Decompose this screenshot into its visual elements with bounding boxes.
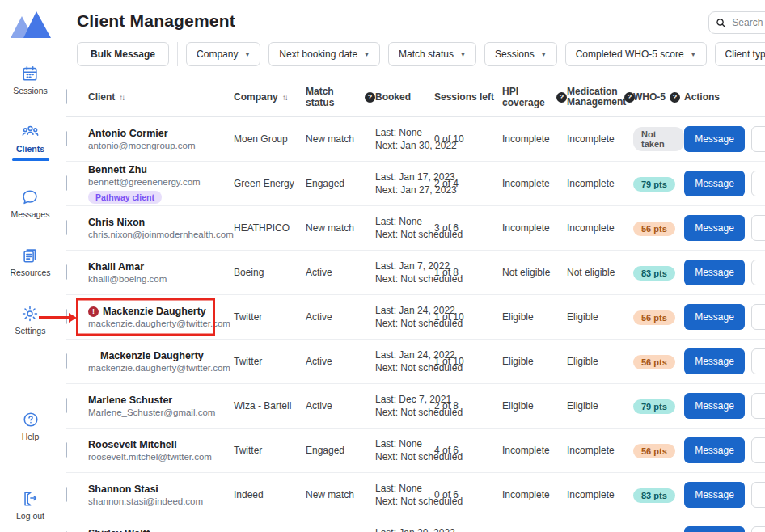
column-header-company[interactable]: Company↑↓ xyxy=(234,91,306,103)
secondary-action-button[interactable] xyxy=(751,171,765,196)
actions-cell: Message xyxy=(684,126,765,152)
booked-last: Last: None xyxy=(375,215,434,228)
client-cell: Shirley Wolff shirley@greenenergy.com xyxy=(88,528,234,532)
message-button[interactable]: Message xyxy=(684,482,745,508)
app-window: Sessions Clients Messages Resources xyxy=(0,0,765,532)
sidebar-item-label: Settings xyxy=(15,326,46,336)
sidebar-item-settings[interactable]: Settings xyxy=(15,305,46,336)
column-header-actions: Actions xyxy=(684,91,765,103)
message-button[interactable]: Message xyxy=(684,215,745,241)
table-row: Roosevelt Mitchell roosevelt.mitchel@twi… xyxy=(66,429,765,473)
booked-cell: Last: None Next: Not scheduled xyxy=(375,482,434,508)
sessions-left-cell: 1 of 10 xyxy=(434,356,502,367)
secondary-action-button[interactable] xyxy=(751,215,765,241)
table-row: Mackenzie Daugherty mackenzie.daugherty@… xyxy=(66,340,765,384)
secondary-action-button[interactable] xyxy=(751,304,765,330)
sidebar-item-resources[interactable]: Resources xyxy=(10,247,50,277)
booked-next: Next: Not scheduled xyxy=(375,272,434,285)
sidebar-item-logout[interactable]: Log out xyxy=(16,490,44,521)
filter-who5-score[interactable]: Completed WHO-5 score▼ xyxy=(565,42,707,66)
message-button[interactable]: Message xyxy=(684,526,745,532)
message-button[interactable]: Message xyxy=(684,393,745,419)
sidebar-item-help[interactable]: Help xyxy=(22,411,40,441)
secondary-action-button[interactable] xyxy=(751,526,765,532)
booked-next: Next: Jan 30, 2022 xyxy=(375,139,434,152)
help-tooltip-icon[interactable]: ? xyxy=(365,92,375,103)
message-button[interactable]: Message xyxy=(684,126,745,152)
annotation-arrow xyxy=(39,316,70,319)
row-checkbox[interactable] xyxy=(66,175,67,191)
actions-cell: Message xyxy=(684,215,765,241)
hpi-coverage-cell: Not eligible xyxy=(502,267,567,278)
client-name[interactable]: Mackenzie Daugherty xyxy=(88,350,234,361)
client-name[interactable]: Roosevelt Mitchell xyxy=(88,439,234,450)
bulk-message-button[interactable]: Bulk Message xyxy=(77,42,169,66)
client-name[interactable]: Khalil Amar xyxy=(88,261,234,272)
client-name[interactable]: Bennett Zhu xyxy=(88,164,234,175)
message-button[interactable]: Message xyxy=(684,260,745,285)
chevron-down-icon: ▼ xyxy=(244,52,250,57)
client-name[interactable]: !Mackenzie Daugherty xyxy=(88,306,234,317)
row-checkbox[interactable] xyxy=(66,353,67,369)
actions-cell: Message xyxy=(684,304,765,330)
secondary-action-button[interactable] xyxy=(751,437,765,463)
booked-last: Last: Jan 24, 2022 xyxy=(375,304,434,317)
booked-cell: Last: Jan 17, 2023 Next: Jan 27, 2023 xyxy=(375,171,434,196)
medication-management-cell: Eligible xyxy=(567,311,633,323)
message-button[interactable]: Message xyxy=(684,304,745,330)
chat-icon xyxy=(21,188,39,206)
secondary-action-button[interactable] xyxy=(751,482,765,508)
table-header: Client↑↓ Company↑↓ Match status? Booked … xyxy=(66,79,765,117)
filter-next-booking-date[interactable]: Next booking date▼ xyxy=(268,42,380,66)
row-checkbox[interactable] xyxy=(66,220,67,235)
client-name[interactable]: Antonio Cormier xyxy=(88,128,234,139)
search-input[interactable] xyxy=(732,17,765,28)
sidebar-item-messages[interactable]: Messages xyxy=(11,188,50,219)
match-status-cell: New match xyxy=(306,222,375,234)
client-name[interactable]: Shirley Wolff xyxy=(88,528,234,532)
booked-last: Last: Jan 17, 2023 xyxy=(375,171,434,184)
chevron-down-icon: ▼ xyxy=(460,52,466,57)
column-header-sessions-left: Sessions left xyxy=(434,91,502,103)
actions-cell: Message xyxy=(684,482,765,508)
search-box[interactable] xyxy=(708,11,765,34)
hpi-coverage-cell: Eligible xyxy=(502,400,567,412)
help-tooltip-icon[interactable]: ? xyxy=(556,92,567,103)
message-button[interactable]: Message xyxy=(684,437,745,463)
client-name[interactable]: Shannon Stasi xyxy=(88,483,234,495)
who5-badge: 83 pts xyxy=(633,266,675,281)
chevron-down-icon: ▼ xyxy=(541,52,547,57)
filter-client-type[interactable]: Client type▼ xyxy=(715,42,765,66)
sidebar-item-clients[interactable]: Clients xyxy=(12,123,49,161)
documents-icon xyxy=(21,247,39,264)
booked-next: Next: Not scheduled xyxy=(375,317,434,330)
secondary-action-button[interactable] xyxy=(751,393,765,419)
column-header-client[interactable]: Client↑↓ xyxy=(88,91,234,103)
secondary-action-button[interactable] xyxy=(751,126,765,152)
filter-sessions[interactable]: Sessions▼ xyxy=(484,42,557,66)
row-checkbox[interactable] xyxy=(66,264,67,280)
who5-badge: 56 pts xyxy=(633,444,675,458)
row-checkbox[interactable] xyxy=(66,398,67,413)
sidebar-item-sessions[interactable]: Sessions xyxy=(13,65,48,95)
secondary-action-button[interactable] xyxy=(751,260,765,285)
filter-company[interactable]: Company▼ xyxy=(186,42,260,66)
sort-icon[interactable]: ↑↓ xyxy=(119,93,124,102)
client-cell: Marlene Schuster Marlene_Schuster@gmail.… xyxy=(88,395,234,417)
company-cell: Twitter xyxy=(234,311,306,323)
help-tooltip-icon[interactable]: ? xyxy=(670,92,680,103)
row-checkbox[interactable] xyxy=(66,487,67,502)
client-name[interactable]: Chris Nixon xyxy=(88,217,234,228)
row-checkbox[interactable] xyxy=(66,131,67,146)
table-row: Shirley Wolff shirley@greenenergy.com Gr… xyxy=(66,517,765,532)
secondary-action-button[interactable] xyxy=(751,348,765,374)
client-name[interactable]: Marlene Schuster xyxy=(88,395,234,406)
sort-icon[interactable]: ↑↓ xyxy=(282,93,287,102)
select-all-checkbox[interactable] xyxy=(66,89,67,104)
who5-badge: 56 pts xyxy=(633,355,675,369)
filter-match-status[interactable]: Match status▼ xyxy=(388,42,476,66)
row-checkbox[interactable] xyxy=(66,442,67,458)
message-button[interactable]: Message xyxy=(684,348,745,374)
sidebar-item-label: Help xyxy=(22,432,40,441)
message-button[interactable]: Message xyxy=(684,171,745,196)
